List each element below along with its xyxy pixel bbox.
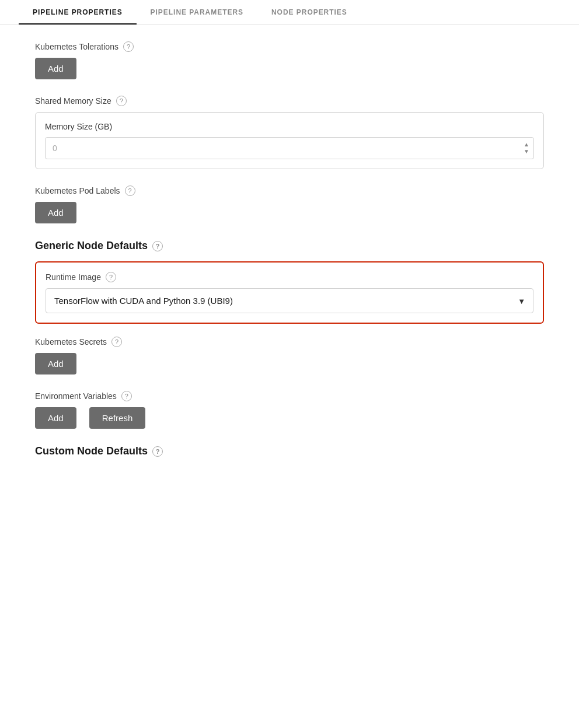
kubernetes-secrets-section: Kubernetes Secrets ? Add	[35, 337, 544, 374]
kubernetes-pod-labels-section: Kubernetes Pod Labels ? Add	[35, 186, 544, 223]
memory-spinner-up[interactable]: ▲	[524, 142, 529, 148]
tab-node-properties[interactable]: NODE PROPERTIES	[257, 0, 361, 24]
kubernetes-pod-labels-add-button[interactable]: Add	[35, 202, 76, 223]
tab-pipeline-parameters[interactable]: PIPELINE PARAMETERS	[137, 0, 257, 24]
shared-memory-size-label: Shared Memory Size ?	[35, 96, 544, 106]
custom-node-defaults-title: Custom Node Defaults ?	[35, 445, 544, 457]
kubernetes-tolerations-add-button[interactable]: Add	[35, 58, 76, 79]
kubernetes-pod-labels-label: Kubernetes Pod Labels ?	[35, 186, 544, 196]
kubernetes-tolerations-section: Kubernetes Tolerations ? Add	[35, 41, 544, 79]
kubernetes-secrets-help-icon[interactable]: ?	[111, 337, 122, 347]
runtime-image-label: Runtime Image ?	[46, 272, 533, 282]
kubernetes-pod-labels-help-icon[interactable]: ?	[125, 186, 135, 196]
tab-bar: PIPELINE PROPERTIES PIPELINE PARAMETERS …	[0, 0, 579, 25]
content-area: Kubernetes Tolerations ? Add Shared Memo…	[0, 25, 579, 497]
tab-pipeline-properties[interactable]: PIPELINE PROPERTIES	[19, 0, 137, 24]
generic-node-defaults-help-icon[interactable]: ?	[152, 241, 163, 251]
kubernetes-secrets-label: Kubernetes Secrets ?	[35, 337, 544, 347]
generic-node-defaults-section: Generic Node Defaults ? Runtime Image ? …	[35, 240, 544, 429]
shared-memory-size-section: Shared Memory Size ? Memory Size (GB) ▲ …	[35, 96, 544, 169]
generic-node-defaults-title: Generic Node Defaults ?	[35, 240, 544, 252]
runtime-image-select-wrap: TensorFlow with CUDA and Python 3.9 (UBI…	[46, 288, 533, 313]
environment-variables-help-icon[interactable]: ?	[121, 391, 132, 401]
kubernetes-tolerations-help-icon[interactable]: ?	[123, 41, 134, 52]
memory-size-input[interactable]	[45, 137, 534, 159]
memory-size-input-wrap: ▲ ▼	[45, 137, 534, 159]
environment-variables-section: Environment Variables ? Add Refresh	[35, 391, 544, 429]
runtime-image-box: Runtime Image ? TensorFlow with CUDA and…	[35, 261, 544, 324]
kubernetes-secrets-add-button[interactable]: Add	[35, 353, 76, 374]
memory-spinner: ▲ ▼	[524, 142, 529, 155]
custom-node-defaults-section: Custom Node Defaults ?	[35, 445, 544, 457]
environment-variables-buttons: Add Refresh	[35, 407, 544, 429]
memory-size-box: Memory Size (GB) ▲ ▼	[35, 112, 544, 169]
memory-size-label: Memory Size (GB)	[45, 122, 534, 131]
custom-node-defaults-help-icon[interactable]: ?	[152, 446, 163, 457]
environment-variables-refresh-button[interactable]: Refresh	[89, 407, 146, 429]
runtime-image-help-icon[interactable]: ?	[106, 272, 116, 282]
memory-spinner-down[interactable]: ▼	[524, 149, 529, 155]
shared-memory-size-help-icon[interactable]: ?	[116, 96, 127, 106]
environment-variables-add-button[interactable]: Add	[35, 407, 76, 429]
kubernetes-tolerations-label: Kubernetes Tolerations ?	[35, 41, 544, 52]
runtime-image-select[interactable]: TensorFlow with CUDA and Python 3.9 (UBI…	[46, 288, 533, 313]
environment-variables-label: Environment Variables ?	[35, 391, 544, 401]
